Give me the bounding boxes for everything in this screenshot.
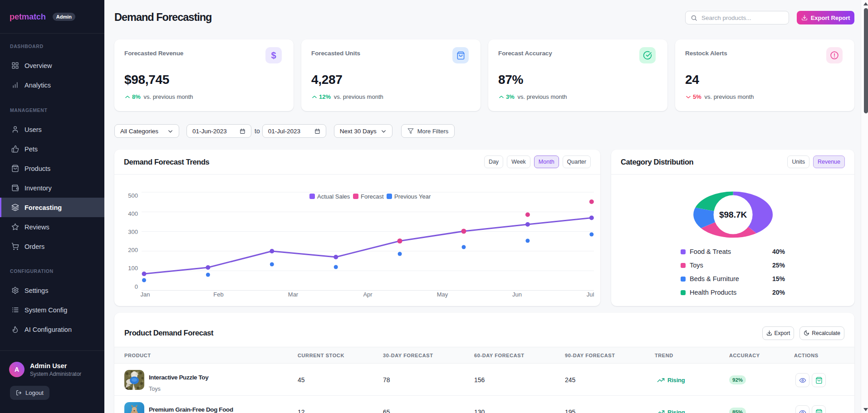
svg-text:$98.7K: $98.7K — [719, 210, 747, 219]
svg-text:300: 300 — [128, 228, 138, 235]
svg-text:Jul: Jul — [587, 291, 594, 298]
svg-text:May: May — [437, 291, 448, 298]
svg-text:500: 500 — [128, 192, 138, 199]
svg-text:Mar: Mar — [288, 291, 299, 298]
svg-text:Apr: Apr — [363, 291, 373, 298]
svg-text:400: 400 — [128, 210, 138, 217]
svg-text:100: 100 — [128, 265, 138, 272]
svg-text:Jan: Jan — [141, 291, 150, 298]
svg-text:Previous Year: Previous Year — [394, 193, 431, 200]
svg-text:Feb: Feb — [213, 291, 223, 298]
svg-text:Jun: Jun — [512, 291, 522, 298]
svg-text:200: 200 — [128, 247, 138, 253]
svg-text:Actual Sales: Actual Sales — [317, 193, 350, 200]
svg-text:Forecast: Forecast — [361, 193, 384, 200]
svg-text:0: 0 — [135, 283, 138, 290]
